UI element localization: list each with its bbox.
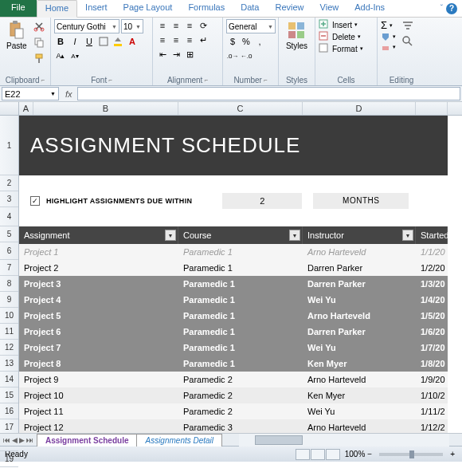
table-cell[interactable]: 1/8/20 [416,356,448,372]
table-cell[interactable]: Project 8 [19,356,178,372]
table-cell[interactable]: Paramedic 1 [178,340,303,356]
highlight-checkbox[interactable]: ✓ [30,196,40,206]
align-top-button[interactable]: ≡ [156,19,169,32]
row-header[interactable]: 13 [0,356,18,372]
row-header[interactable]: 7 [0,260,18,276]
table-cell[interactable]: Arno Harteveld [303,244,416,260]
table-cell[interactable]: Arno Harteveld [303,372,416,387]
help-icon[interactable]: ? [446,3,457,14]
table-cell[interactable]: Paramedic 2 [178,403,303,419]
tab-view[interactable]: View [312,0,347,17]
filter-dropdown-icon[interactable]: ▼ [289,230,300,241]
table-row[interactable]: Project 4Paramedic 1Wei Yu1/4/20 [19,292,448,308]
table-cell[interactable]: Darren Parker [303,260,416,276]
table-cell[interactable]: 1/5/20 [416,308,448,324]
name-box[interactable]: E22▼ [2,87,59,100]
tab-nav-next-icon[interactable]: ▶ [19,436,25,444]
table-cell[interactable]: Paramedic 1 [178,244,303,260]
sheet-tab-active[interactable]: Assignment Schedule [37,434,137,446]
merge-button[interactable]: ⊞ [183,48,196,61]
table-cell[interactable]: 1/7/20 [416,340,448,356]
orientation-button[interactable]: ⟳ [197,19,209,32]
col-header-a[interactable]: A [19,102,33,115]
sheet-tab-other[interactable]: Assignments Detail [136,434,222,446]
tab-page-layout[interactable]: Page Layout [116,0,181,17]
tab-nav-first-icon[interactable]: ⏮ [3,436,10,444]
row-header[interactable]: 10 [0,308,18,324]
table-row[interactable]: Project 11Paramedic 2Wei Yu1/11/2 [19,403,448,419]
delete-cells-button[interactable]: Delete▾ [319,31,363,42]
th-assignment[interactable]: Assignment▼ [19,226,178,244]
highlight-unit-cell[interactable]: MONTHS [313,193,409,209]
table-row[interactable]: Project 8Paramedic 1Ken Myer1/8/20 [19,356,448,372]
row-header[interactable]: 15 [0,387,18,403]
copy-button[interactable] [32,35,46,49]
table-cell[interactable]: Project 5 [19,308,178,324]
insert-cells-button[interactable]: Insert▾ [319,19,363,30]
table-cell[interactable]: Project 7 [19,340,178,356]
tab-addins[interactable]: Add-Ins [346,0,393,17]
tab-data[interactable]: Data [233,0,267,17]
fx-icon[interactable]: fx [61,89,77,99]
table-cell[interactable]: Paramedic 1 [178,292,303,308]
decrease-decimal-button[interactable]: ←.0 [240,49,253,62]
decrease-indent-button[interactable]: ⇤ [156,48,169,61]
table-cell[interactable]: 1/3/20 [416,276,448,292]
table-cell[interactable]: Paramedic 1 [178,276,303,292]
table-cell[interactable]: Project 2 [19,260,178,276]
row-header[interactable]: 16 [0,403,18,419]
table-cell[interactable]: 1/11/2 [416,403,448,419]
align-left-button[interactable]: ≡ [156,33,169,46]
autosum-button[interactable]: Σ▾ [381,19,396,31]
tab-nav-prev-icon[interactable]: ◀ [12,436,18,444]
table-cell[interactable]: Paramedic 1 [178,308,303,324]
row-header[interactable]: 8 [0,276,18,292]
table-cell[interactable]: Wei Yu [303,403,416,419]
table-cell[interactable]: Paramedic 1 [178,356,303,372]
clipboard-expand-icon[interactable]: ⌐ [41,77,45,84]
paste-button[interactable]: Paste [3,19,30,52]
zoom-out-button[interactable]: − [365,450,374,458]
tab-nav-last-icon[interactable]: ⏭ [26,436,33,444]
table-cell[interactable]: 1/2/20 [416,260,448,276]
col-header-b[interactable]: B [33,102,178,115]
table-cell[interactable]: Project 11 [19,403,178,419]
table-cell[interactable]: 1/6/20 [416,324,448,340]
increase-indent-button[interactable]: ⇥ [170,48,182,61]
row-header[interactable]: 1 [0,116,18,175]
minimize-ribbon-icon[interactable]: ˇ [440,4,443,13]
table-row[interactable]: Project 7Paramedic 1Wei Yu1/7/20 [19,340,448,356]
table-row[interactable]: Project 6Paramedic 1Darren Parker1/6/20 [19,324,448,340]
col-header-e[interactable] [416,102,448,115]
sort-filter-button[interactable] [401,19,415,33]
table-cell[interactable]: Ken Myer [303,356,416,372]
align-center-button[interactable]: ≡ [170,33,182,46]
th-started[interactable]: Started [416,226,448,244]
find-select-button[interactable] [401,34,415,49]
font-name-combo[interactable]: Century Gothi▼ [54,19,119,33]
cut-button[interactable] [32,19,46,33]
percent-button[interactable]: % [240,35,253,48]
styles-button[interactable]: Styles [283,19,311,52]
table-cell[interactable]: Project 1 [19,244,178,260]
tab-review[interactable]: Review [267,0,311,17]
zoom-level[interactable]: 100% [345,450,366,458]
table-cell[interactable]: 1/4/20 [416,292,448,308]
tab-formulas[interactable]: Formulas [180,0,233,17]
table-cell[interactable]: Darren Parker [303,276,416,292]
number-format-combo[interactable]: General▼ [226,19,276,33]
row-header[interactable]: 4 [0,207,18,226]
highlight-value-cell[interactable]: 2 [222,193,302,209]
italic-button[interactable]: I [69,35,81,48]
decrease-font-button[interactable]: A▾ [69,49,81,62]
table-cell[interactable]: Paramedic 1 [178,260,303,276]
zoom-slider[interactable] [379,453,443,456]
table-cell[interactable]: 1/10/2 [416,387,448,403]
underline-button[interactable]: U [83,35,96,48]
formula-input[interactable] [77,87,460,100]
font-color-button[interactable]: A [126,35,139,48]
tab-file[interactable]: File [0,0,37,17]
table-cell[interactable]: Project 10 [19,387,178,403]
tab-home[interactable]: Home [37,0,77,18]
table-cell[interactable]: Project 3 [19,276,178,292]
